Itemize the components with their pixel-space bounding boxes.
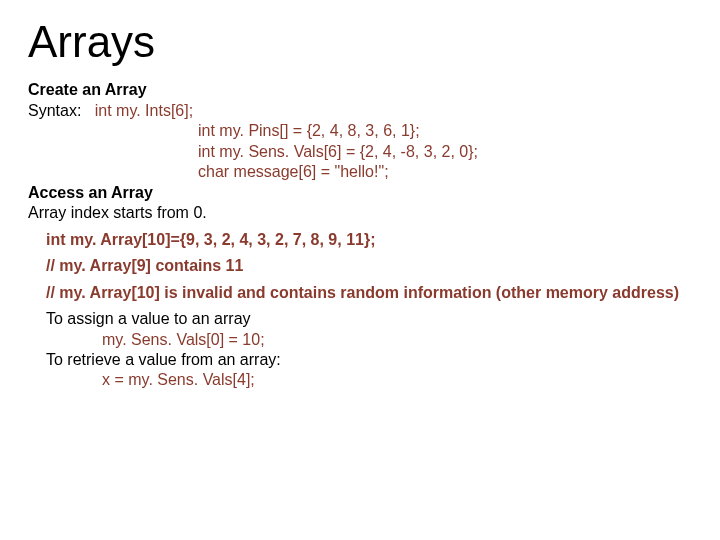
syntax-label: Syntax:: [28, 102, 81, 119]
syntax-code: int my. Ints[6];: [95, 102, 193, 119]
access-array-note: Array index starts from 0.: [28, 203, 692, 223]
body-content: Create an Array Syntax: int my. Ints[6];…: [28, 80, 692, 391]
assign-heading: To assign a value to an array: [46, 309, 692, 329]
retrieve-section: To retrieve a value from an array: x = m…: [46, 350, 692, 391]
slide: Arrays Create an Array Syntax: int my. I…: [0, 0, 720, 540]
create-array-heading: Create an Array: [28, 80, 692, 100]
access-array-section: Access an Array Array index starts from …: [28, 183, 692, 224]
example-line-1: int my. Pins[] = {2, 4, 8, 3, 6, 1};: [28, 121, 692, 141]
assign-line: my. Sens. Vals[0] = 10;: [46, 330, 692, 350]
retrieve-line: x = my. Sens. Vals[4];: [46, 370, 692, 390]
code-block: int my. Array[10]={9, 3, 2, 4, 3, 2, 7, …: [28, 230, 692, 391]
code-comment-2: // my. Array[10] is invalid and contains…: [46, 283, 692, 303]
example-line-2: int my. Sens. Vals[6] = {2, 4, -8, 3, 2,…: [28, 142, 692, 162]
retrieve-heading: To retrieve a value from an array:: [46, 350, 692, 370]
code-comment-1: // my. Array[9] contains 11: [46, 256, 692, 276]
page-title: Arrays: [28, 18, 692, 66]
code-declaration: int my. Array[10]={9, 3, 2, 4, 3, 2, 7, …: [46, 230, 692, 250]
example-line-3: char message[6] = "hello!";: [28, 162, 692, 182]
access-array-heading: Access an Array: [28, 183, 692, 203]
create-array-section: Create an Array Syntax: int my. Ints[6];…: [28, 80, 692, 182]
syntax-line: Syntax: int my. Ints[6];: [28, 101, 692, 121]
assign-section: To assign a value to an array my. Sens. …: [46, 309, 692, 350]
